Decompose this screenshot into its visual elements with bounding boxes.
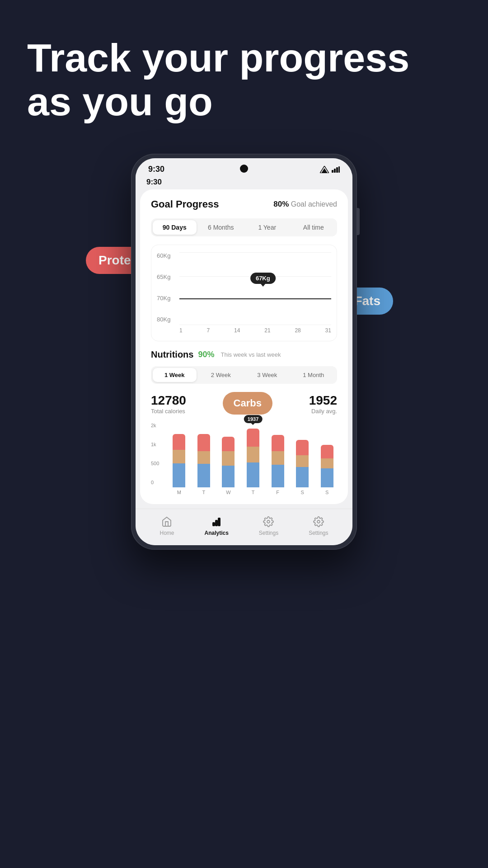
- app-header: Goal Progress 80% Goal achieved: [151, 198, 337, 210]
- bar-chart: 2k 1k 500 0 M: [151, 423, 337, 495]
- svg-rect-4: [336, 167, 338, 173]
- home-icon: [160, 515, 173, 528]
- svg-point-10: [317, 520, 320, 523]
- svg-rect-5: [338, 166, 340, 173]
- weight-chart: 60Kg 65Kg 70Kg 80Kg 67Kg: [151, 245, 337, 341]
- nav-analytics[interactable]: Analytics: [204, 515, 228, 536]
- bar-monday: M: [169, 434, 189, 495]
- tab-1year[interactable]: 1 Year: [245, 220, 289, 235]
- analytics-icon: [210, 515, 223, 528]
- nav-analytics-label: Analytics: [204, 530, 228, 536]
- nav-settings2[interactable]: Settings: [309, 515, 328, 536]
- status-icons: [320, 166, 340, 173]
- time-display: 9:30: [146, 178, 162, 186]
- nav-settings[interactable]: Settings: [259, 515, 278, 536]
- svg-rect-6: [213, 523, 215, 526]
- bar-tuesday: T: [194, 434, 214, 495]
- nutritions-subtitle: This week vs last week: [221, 351, 281, 358]
- svg-rect-7: [216, 520, 217, 526]
- phone-screen: 9:30 9:30: [136, 158, 352, 545]
- phone-mockup: Protein Fats 9:30: [131, 154, 357, 550]
- svg-rect-3: [334, 169, 336, 173]
- tab-1week[interactable]: 1 Week: [153, 368, 197, 382]
- svg-rect-2: [332, 170, 333, 173]
- signal-icon: [320, 166, 329, 173]
- carbs-segment: [173, 450, 185, 463]
- svg-rect-8: [218, 518, 220, 526]
- total-calories-value: 12780: [151, 393, 186, 408]
- bar-tooltip: 1937: [244, 415, 262, 423]
- bar-thursday: 1937 T: [243, 429, 263, 495]
- wifi-icon: [332, 166, 340, 173]
- nav-settings-label: Settings: [259, 530, 278, 536]
- tab-6months[interactable]: 6 Months: [199, 220, 243, 235]
- chart-grid: [179, 252, 331, 325]
- tab-90days[interactable]: 90 Days: [153, 220, 197, 235]
- weight-tooltip: 67Kg: [250, 273, 276, 284]
- chart-area: 67Kg: [179, 252, 331, 325]
- svg-point-9: [267, 520, 270, 523]
- total-calories-label: Total calories: [151, 408, 186, 415]
- nav-home-label: Home: [160, 530, 174, 536]
- week-tabs: 1 Week 2 Week 3 Week 1 Month: [151, 366, 337, 384]
- nutritions-pct: 90%: [198, 350, 214, 359]
- nav-home[interactable]: Home: [160, 515, 174, 536]
- period-tabs: 90 Days 6 Months 1 Year All time: [151, 218, 337, 236]
- status-bar: 9:30: [136, 158, 352, 178]
- hero-section: Track your progress as you go: [27, 36, 461, 124]
- bar-y-labels: 2k 1k 500 0: [151, 423, 159, 485]
- chart-y-labels: 60Kg 65Kg 70Kg 80Kg: [157, 252, 170, 323]
- weight-line: [179, 298, 331, 299]
- daily-avg-stat: 1952 Daily avg.: [309, 393, 337, 415]
- status-time: 9:30: [148, 165, 164, 174]
- bar-saturday: S: [292, 440, 313, 495]
- stats-row: 12780 Total calories Carbs 1952 Daily av…: [151, 392, 337, 415]
- header-title: Goal Progress: [151, 198, 219, 210]
- bottom-nav: Home Analytics: [136, 509, 352, 545]
- hero-title: Track your progress as you go: [27, 36, 461, 124]
- fats-segment: [173, 463, 185, 487]
- bar-friday: F: [267, 435, 288, 495]
- camera-notch: [240, 165, 248, 173]
- daily-avg-label: Daily avg.: [309, 408, 337, 415]
- carbs-badge-wrapper: Carbs: [223, 392, 272, 415]
- carbs-badge: Carbs: [223, 392, 272, 415]
- power-button: [357, 208, 360, 235]
- bar-chart-container: 2k 1k 500 0 M: [151, 423, 337, 495]
- phone-frame: 9:30 9:30: [131, 154, 357, 550]
- nutritions-title: Nutritions: [151, 349, 193, 360]
- nutritions-header: Nutritions 90% This week vs last week: [151, 349, 337, 360]
- goal-achieved: 80% Goal achieved: [273, 200, 337, 209]
- settings-icon: [262, 515, 275, 528]
- nav-settings2-label: Settings: [309, 530, 328, 536]
- bar-wednesday: W: [218, 437, 239, 495]
- chart-x-labels: 1 7 14 21 28 31: [179, 327, 331, 334]
- settings2-icon: [312, 515, 325, 528]
- daily-avg-value: 1952: [309, 393, 337, 408]
- protein-segment: [173, 434, 185, 450]
- app-content: Goal Progress 80% Goal achieved 90 Days …: [140, 189, 348, 504]
- tab-3week[interactable]: 3 Week: [245, 368, 289, 382]
- tab-2week[interactable]: 2 Week: [199, 368, 243, 382]
- total-calories-stat: 12780 Total calories: [151, 393, 186, 415]
- bar-sunday: S: [317, 445, 337, 495]
- tab-1month[interactable]: 1 Month: [292, 368, 336, 382]
- tab-alltime[interactable]: All time: [292, 220, 336, 235]
